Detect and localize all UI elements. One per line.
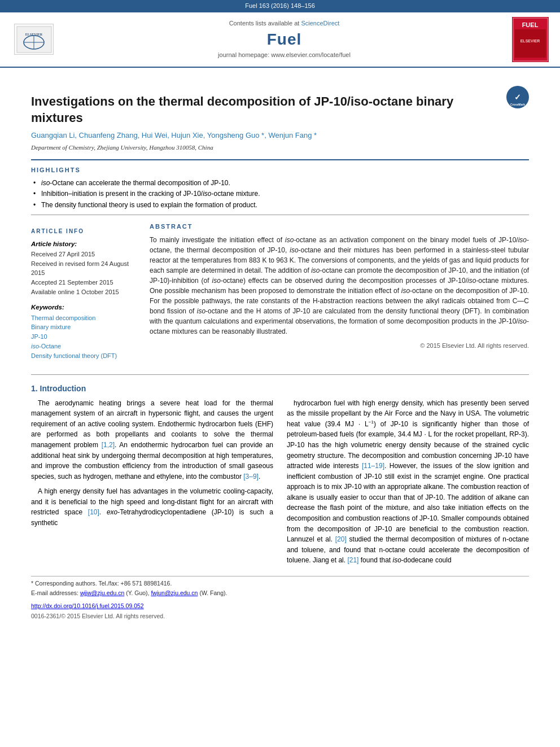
article-info-abstract-section: ARTICLE INFO Article history: Received 2… (31, 222, 529, 366)
ref-3-9[interactable]: [3–9] (243, 473, 259, 480)
highlight-item-2: Inhibition–initiation is present in the … (33, 189, 529, 199)
divider-3 (31, 374, 529, 375)
sciencedirect-link[interactable]: ScienceDirect (301, 20, 339, 27)
svg-text:✓: ✓ (514, 93, 521, 102)
email-1-name: (Y. Guo) (126, 589, 147, 596)
doi-area: http://dx.doi.org/10.1016/j.fuel.2015.09… (31, 602, 529, 610)
keywords-title: Keywords: (31, 303, 138, 312)
abstract-header: ABSTRACT (150, 222, 529, 231)
journal-cover-image: FUEL ELSEVIER (512, 17, 549, 62)
doi-link[interactable]: http://dx.doi.org/10.1016/j.fuel.2015.09… (31, 602, 144, 609)
journal-citation-bar: Fuel 163 (2016) 148–156 (0, 0, 560, 12)
abstract-panel: ABSTRACT To mainly investigate the initi… (150, 222, 529, 366)
authors-text: Guangqian Li, Chuanfeng Zhang, Hui Wei, … (31, 131, 317, 139)
keyword-3: JP-10 (31, 333, 138, 342)
main-content: Investigations on the thermal decomposit… (0, 68, 560, 626)
svg-text:CrossMark: CrossMark (510, 103, 525, 106)
email-1-link[interactable]: wjjw@zju.edu.cn (80, 589, 124, 596)
article-title: Investigations on the thermal decomposit… (31, 94, 501, 126)
available-online-date: Available online 1 October 2015 (31, 288, 138, 297)
ref-1-2[interactable]: [1,2] (102, 441, 115, 449)
keyword-4: iso-Octane (31, 342, 138, 351)
journal-homepage: journal homepage: www.elsevier.com/locat… (56, 51, 512, 60)
keyword-2: Binary mixture (31, 323, 138, 332)
ref-21[interactable]: [21] (347, 556, 358, 564)
introduction-section: 1. Introduction The aerodynamic heating … (31, 383, 529, 570)
svg-text:ELSEVIER: ELSEVIER (520, 39, 540, 43)
journal-header-center: Contents lists available at ScienceDirec… (56, 19, 512, 60)
elsevier-logo: ELSEVIER (11, 24, 56, 55)
authors-line: Guangqian Li, Chuanfeng Zhang, Hui Wei, … (31, 130, 529, 141)
highlights-list: iso-Octane can accelerate the thermal de… (31, 178, 529, 210)
elsevier-logo-image: ELSEVIER (14, 24, 54, 55)
divider-2 (31, 215, 529, 215)
journal-name: Fuel (56, 28, 512, 51)
highlights-header: HIGHLIGHTS (31, 166, 529, 175)
ref-20[interactable]: [20] (335, 535, 347, 543)
abstract-text: To mainly investigate the initiation eff… (150, 235, 529, 337)
email-2-name: (W. Fang) (199, 589, 225, 596)
crossmark-logo: ✓ CrossMark (506, 86, 529, 108)
intro-p3: hydrocarbon fuel with high energy densit… (287, 398, 529, 566)
keyword-5: Density functional theory (DFT) (31, 352, 138, 361)
email-2-link[interactable]: fwjun@zju.edu.cn (151, 589, 198, 596)
keyword-1: Thermal decomposition (31, 314, 138, 323)
highlight-item-3: The density functional theory is used to… (33, 200, 529, 210)
footnote-star: * Corresponding authors. Tel./fax: +86 5… (31, 579, 529, 588)
keywords-list: Thermal decomposition Binary mixture JP-… (31, 314, 138, 361)
intro-left-column: The aerodynamic heating brings a severe … (31, 398, 273, 571)
svg-rect-8 (515, 29, 546, 58)
keywords-section: Keywords: Thermal decomposition Binary m… (31, 303, 138, 361)
issn-line: 0016-2361/© 2015 Elsevier Ltd. All right… (31, 612, 529, 621)
copyright-line: © 2015 Elsevier Ltd. All rights reserved… (150, 341, 529, 351)
article-info-panel: ARTICLE INFO Article history: Received 2… (31, 222, 138, 366)
article-history: Article history: Received 27 April 2015 … (31, 239, 138, 297)
intro-body-columns: The aerodynamic heating brings a severe … (31, 398, 529, 571)
footnote-email: E-mail addresses: wjjw@zju.edu.cn (Y. Gu… (31, 589, 529, 597)
journal-citation: Fuel 163 (2016) 148–156 (245, 2, 315, 9)
intro-right-column: hydrocarbon fuel with high energy densit… (287, 398, 529, 571)
email-label: E-mail addresses: (31, 589, 80, 596)
affiliation-line: Department of Chemistry, Zhejiang Univer… (31, 143, 529, 152)
svg-text:FUEL: FUEL (522, 21, 539, 28)
intro-heading: 1. Introduction (31, 383, 529, 394)
received-date: Received 27 April 2015 (31, 250, 138, 259)
footnote-area: * Corresponding authors. Tel./fax: +86 5… (31, 576, 529, 597)
intro-p2: A high energy density fuel has advantage… (31, 486, 273, 528)
received-revised-date: Received in revised form 24 August 2015 (31, 260, 138, 278)
intro-p1: The aerodynamic heating brings a severe … (31, 398, 273, 482)
footnote-star-text: * Corresponding authors. Tel./fax: +86 5… (31, 580, 172, 587)
ref-11-19[interactable]: [11–19] (362, 462, 384, 470)
history-title: Article history: (31, 239, 138, 249)
journal-header: ELSEVIER Contents lists available at Sci… (0, 12, 560, 68)
divider-1 (31, 159, 529, 160)
article-info-header: ARTICLE INFO (31, 228, 138, 236)
sciencedirect-info: Contents lists available at ScienceDirec… (56, 19, 512, 28)
ref-10[interactable]: [10] (88, 508, 99, 516)
accepted-date: Accepted 21 September 2015 (31, 278, 138, 287)
highlight-item-1: iso-Octane can accelerate the thermal de… (33, 178, 529, 188)
